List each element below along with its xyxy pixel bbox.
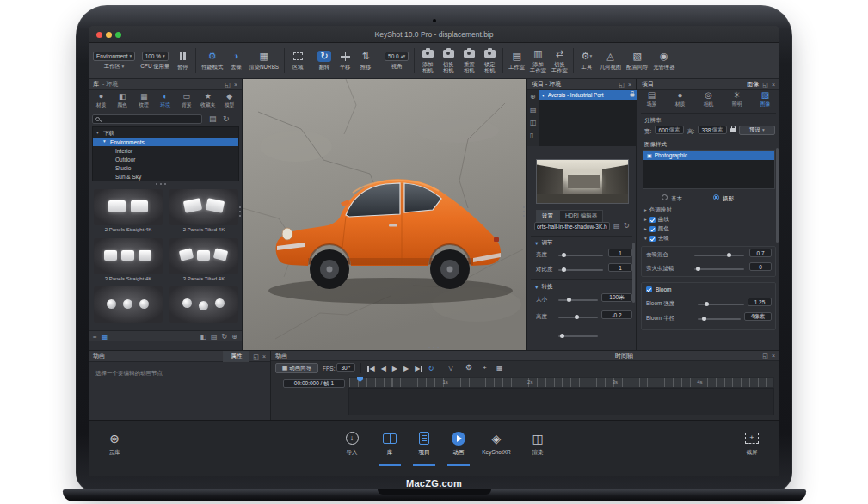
size-slider[interactable] [558, 299, 598, 301]
environment-list-item[interactable]: ◐ Aversis - Industrial Port [539, 90, 637, 100]
tab-lighting[interactable]: ☀照明 [723, 91, 751, 112]
fov-field[interactable]: 50.0▴▾ 视角 [382, 45, 411, 77]
tumble-camera-button[interactable]: ↻ 翻转 [314, 45, 335, 77]
reset-camera-button[interactable]: 重置 相机 [459, 45, 479, 77]
float-panel-icon[interactable]: ◱ [762, 353, 768, 359]
radio-photographic[interactable] [713, 194, 719, 200]
realtime-viewport[interactable] [243, 79, 526, 350]
zoom-window-button[interactable] [115, 32, 121, 38]
studio-button[interactable]: ▤ 工作室 [506, 45, 527, 77]
tab-properties[interactable]: 属性 [223, 351, 249, 362]
tools-menu-button[interactable]: ⚙▾ 工具 [576, 45, 597, 77]
add-keyframe-icon[interactable]: + [483, 364, 487, 372]
brightness-slider[interactable] [558, 255, 603, 256]
cpu-usage-select[interactable]: 100 %▾ CPU 使用量 [138, 45, 172, 77]
dock-item-import[interactable]: ↓ 导入 [333, 431, 371, 457]
animation-wizard-button[interactable]: ▦动画向导 [275, 363, 318, 373]
tab-image[interactable]: ▨图像 [751, 91, 779, 112]
bloom-radius-slider[interactable] [698, 318, 741, 320]
dock-item-project[interactable]: 项目 [405, 431, 443, 457]
env-thumbnail[interactable]: 3 Panels Straight 4K [94, 238, 163, 284]
float-panel-icon[interactable]: ◱ [253, 353, 259, 360]
brightness-value[interactable]: 1 [608, 249, 632, 257]
dolly-camera-button[interactable]: ⇅ 推移 [355, 45, 376, 77]
library-tab-favorites[interactable]: ★收藏夹 [197, 91, 219, 112]
go-to-start-button[interactable]: ◀ [367, 365, 375, 372]
denoise-checkbox[interactable] [649, 236, 656, 242]
tree-item-sun-sky[interactable]: Sun & Sky [93, 172, 238, 181]
height-field[interactable]: 338像素 [698, 126, 727, 134]
tone-mapping-row[interactable]: ▸色调映射 [644, 206, 672, 214]
play-button[interactable]: ▶ [392, 365, 397, 372]
timeline-options-icon[interactable]: ▦ [496, 364, 503, 372]
dock-item-screenshot[interactable]: + 截屏 [733, 431, 771, 457]
go-to-end-button[interactable]: ▶ [415, 365, 422, 372]
panel-splitter-handle[interactable] [239, 206, 241, 217]
env-thumbnail[interactable]: 3 Panels Tilted 4K [169, 238, 238, 284]
section-transform[interactable]: ▼转换 [534, 283, 552, 291]
next-frame-button[interactable]: ▶ [403, 365, 409, 372]
previous-frame-button[interactable]: ◀ [381, 365, 386, 372]
hdri-preview[interactable] [536, 159, 629, 204]
list-view-icon[interactable]: ≡ [93, 333, 97, 341]
env-thumbnail[interactable] [169, 286, 238, 325]
filter-icon[interactable]: ▽ [448, 364, 453, 372]
tree-item-environments[interactable]: ▾Environments [93, 138, 238, 146]
curves-checkbox[interactable] [649, 217, 656, 223]
dock-item-library[interactable]: 库 [371, 431, 409, 457]
size-value[interactable]: 100米 [601, 293, 632, 302]
playhead-line[interactable] [360, 380, 360, 415]
bloom-row[interactable]: Bloom [646, 286, 671, 292]
bloom-strength-value[interactable]: 1.25 [748, 298, 772, 306]
add-environment-icon[interactable]: ⊕ [530, 93, 536, 101]
library-tab-backplates[interactable]: ▭背景 [175, 91, 197, 112]
width-field[interactable]: 600像素 [655, 126, 684, 134]
loop-playback-button[interactable]: ↻ [428, 365, 434, 372]
panel-scrollbar[interactable] [776, 148, 779, 243]
delete-environment-icon[interactable]: ▯ [530, 132, 533, 139]
close-panel-icon[interactable]: × [628, 82, 631, 88]
dock-item-keyshotxr[interactable]: ◈ KeyShotXR [474, 431, 519, 455]
open-folder-icon[interactable]: ▤ [613, 222, 620, 230]
settings-gear-icon[interactable]: ⚙ [465, 363, 472, 372]
hdri-file-field[interactable]: orts-hall-in-the-shadow-3K.hdz [534, 222, 610, 230]
float-panel-icon[interactable]: ◱ [762, 82, 768, 88]
library-tab-textures[interactable]: ▦纹理 [133, 91, 155, 112]
new-folder-icon[interactable]: ▤ [209, 114, 217, 123]
close-window-button[interactable] [96, 32, 102, 38]
close-panel-icon[interactable]: × [234, 82, 237, 88]
add-camera-button[interactable]: 添加 相机 [417, 45, 438, 77]
dock-item-animation[interactable]: 动画 [440, 431, 477, 457]
horizontal-splitter-handle[interactable] [428, 347, 439, 348]
tab-cameras[interactable]: ◎相机 [694, 91, 723, 112]
pause-button[interactable]: 暂停 [172, 45, 193, 77]
radio-basic[interactable] [662, 194, 668, 200]
tab-settings[interactable]: 设置 [536, 210, 559, 223]
duplicate-environment-icon[interactable]: ◫ [530, 119, 537, 126]
contrast-slider[interactable] [558, 269, 603, 271]
tab-scene[interactable]: ▤场景 [637, 91, 666, 112]
color-row[interactable]: ▸颜色 [644, 225, 669, 233]
curves-row[interactable]: ▸曲线 [644, 216, 669, 224]
tab-hdri-editor[interactable]: HDRI 编辑器 [559, 210, 603, 223]
splitter-handle[interactable] [156, 183, 166, 185]
switch-studio-button[interactable]: ⇄ 切换 工作室 [549, 45, 570, 77]
tree-item-outdoor[interactable]: Outdoor [93, 155, 238, 163]
close-panel-icon[interactable]: × [772, 353, 775, 359]
environment-workspace-select[interactable]: Environment▾ 工作区 ▾ [90, 45, 138, 77]
tree-item-interior[interactable]: Interior [93, 146, 238, 155]
current-time-field[interactable]: 00:00:000 / 帧 1 [283, 379, 345, 388]
refresh-icon[interactable]: ↻ [223, 114, 230, 123]
minimize-window-button[interactable] [106, 32, 112, 38]
float-panel-icon[interactable]: ◱ [619, 82, 625, 88]
library-tab-models[interactable]: ◆模型 [219, 91, 240, 112]
folders-icon[interactable]: ▤ [211, 333, 218, 341]
tree-item-studio[interactable]: Studio [93, 163, 238, 172]
denoise-row[interactable]: ▾去噪 [644, 235, 669, 243]
add-icon[interactable]: ⊕ [231, 333, 237, 341]
pan-camera-button[interactable]: 平移 [335, 45, 355, 77]
switch-camera-button[interactable]: 切换 相机 [438, 45, 459, 77]
add-studio-button[interactable]: ▥ 添加 工作室 [527, 45, 549, 77]
denoise-mix-slider[interactable] [694, 255, 744, 256]
library-tab-colors[interactable]: ◧颜色 [112, 91, 133, 112]
